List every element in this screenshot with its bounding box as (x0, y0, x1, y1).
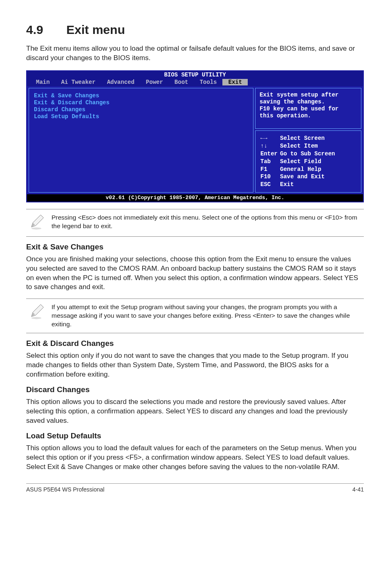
bios-tab-power[interactable]: Power (140, 79, 169, 86)
bios-help-line: F10 key can be used for (260, 105, 357, 112)
body-paragraph: Select this option only if you do not wa… (26, 351, 364, 379)
bios-tab-bar: Main Ai Tweaker Advanced Power Boot Tool… (27, 79, 363, 87)
bios-tab-tools[interactable]: Tools (194, 79, 222, 86)
subheading-load-defaults: Load Setup Defaults (26, 431, 364, 440)
bios-menu-item[interactable]: Exit & Discard Changes (34, 99, 248, 106)
bios-help-line: this operation. (260, 112, 357, 119)
legend-label: Select Screen (280, 135, 336, 142)
legend-row: EnterGo to Sub Screen (260, 150, 336, 157)
bios-copyright-footer: v02.61 (C)Copyright 1985-2007, American … (27, 194, 363, 202)
bios-window: BIOS SETUP UTILITY Main Ai Tweaker Advan… (26, 70, 364, 202)
legend-row: F1General Help (260, 166, 336, 173)
bios-tab-ai-tweaker[interactable]: Ai Tweaker (56, 79, 101, 86)
bios-menu-pane: Exit & Save Changes Exit & Discard Chang… (29, 88, 253, 193)
pencil-icon (28, 303, 45, 322)
legend-label: Exit (280, 181, 336, 188)
page-footer: ASUS P5E64 WS Professional 4-41 (26, 483, 364, 493)
legend-row: F10Save and Exit (260, 173, 336, 180)
bios-title: BIOS SETUP UTILITY (27, 71, 363, 79)
svg-point-0 (31, 227, 42, 229)
body-paragraph: This option allows you to load the defau… (26, 444, 364, 472)
bios-tab-boot[interactable]: Boot (169, 79, 194, 86)
svg-point-3 (31, 317, 42, 319)
body-paragraph: This option allows you to discard the se… (26, 397, 364, 426)
bios-tab-main[interactable]: Main (30, 79, 56, 86)
legend-label: Select Field (280, 158, 336, 165)
bios-help-line: saving the changes. (260, 99, 357, 105)
note-block: If you attempt to exit the Setup program… (26, 298, 364, 333)
section-title: Exit menu (66, 23, 125, 36)
bios-menu-item[interactable]: Discard Changes (34, 106, 248, 113)
note-text: If you attempt to exit the Setup program… (52, 303, 364, 329)
legend-label: Select Item (280, 143, 336, 150)
bios-menu-item[interactable]: Exit & Save Changes (34, 92, 248, 99)
legend-key: Enter (260, 150, 279, 157)
subheading-exit-discard: Exit & Discard Changes (26, 339, 364, 348)
legend-label: Go to Sub Screen (280, 150, 336, 157)
bios-tab-advanced[interactable]: Advanced (101, 79, 140, 86)
intro-paragraph: The Exit menu items allow you to load th… (26, 44, 364, 63)
bios-menu-item[interactable]: Load Setup Defaults (34, 113, 248, 120)
legend-key: F1 (260, 166, 279, 173)
legend-row: TabSelect Field (260, 158, 336, 165)
pencil-icon (28, 213, 45, 232)
footer-page-number: 4-41 (352, 486, 364, 493)
legend-row: ↑↓Select Item (260, 143, 336, 150)
note-text: Pressing <Esc> does not immediately exit… (52, 213, 364, 231)
subheading-exit-save: Exit & Save Changes (26, 242, 364, 251)
bios-key-legend: ←→Select Screen ↑↓Select Item EnterGo to… (255, 130, 361, 193)
legend-label: Save and Exit (280, 173, 336, 180)
arrows-ud-icon: ↑↓ (260, 143, 279, 150)
legend-key: Tab (260, 158, 279, 165)
bios-help-line: Exit system setup after (260, 92, 357, 99)
arrows-lr-icon: ←→ (260, 135, 279, 142)
footer-product: ASUS P5E64 WS Professional (26, 486, 104, 493)
legend-key: F10 (260, 173, 279, 180)
body-paragraph: Once you are finished making your select… (26, 255, 364, 292)
bios-help-pane: Exit system setup after saving the chang… (255, 88, 361, 129)
legend-label: General Help (280, 166, 336, 173)
note-block: Pressing <Esc> does not immediately exit… (26, 209, 364, 237)
legend-row: ←→Select Screen (260, 135, 336, 142)
legend-key: ESC (260, 181, 279, 188)
section-heading: 4.9 Exit menu (26, 23, 364, 37)
legend-row: ESCExit (260, 181, 336, 188)
subheading-discard: Discard Changes (26, 385, 364, 394)
section-number: 4.9 (26, 23, 63, 37)
bios-tab-exit[interactable]: Exit (222, 79, 248, 86)
